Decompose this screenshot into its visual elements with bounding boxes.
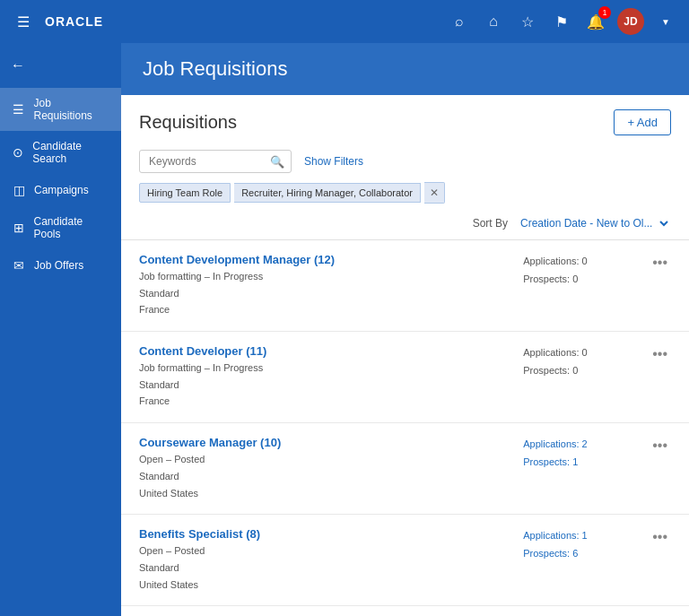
chevron-down-icon[interactable]: ▼ xyxy=(653,9,678,34)
job-applications: Applications: 1 xyxy=(523,527,640,545)
flag-icon[interactable]: ⚑ xyxy=(549,9,574,34)
sidebar-item-label: Campaigns xyxy=(34,184,89,196)
keyword-input-wrap: 🔍 xyxy=(139,150,292,173)
job-info: Benefits Specialist (8) Open – PostedSta… xyxy=(139,527,514,593)
job-title[interactable]: Content Development Manager (12) xyxy=(139,253,514,266)
table-row: Courseware Manager (10) Open – PostedSta… xyxy=(121,423,689,515)
job-actions-menu[interactable]: ••• xyxy=(649,253,671,273)
job-prospects: Prospects: 0 xyxy=(523,362,640,380)
job-details: Job formatting – In ProgressStandardFran… xyxy=(139,268,514,318)
main-layout: ← ☰ Job Requisitions ⊙ Candidate Search … xyxy=(0,43,689,616)
show-filters-button[interactable]: Show Filters xyxy=(301,151,367,172)
table-row: Benefits Specialist (8) Open – PostedSta… xyxy=(121,515,689,606)
star-icon[interactable]: ☆ xyxy=(515,9,540,34)
sidebar-item-campaigns[interactable]: ◫ Campaigns xyxy=(0,174,121,206)
menu-icon[interactable]: ☰ xyxy=(11,9,36,34)
sort-row: Sort By Creation Date - New to Ol... Cre… xyxy=(121,211,689,239)
search-icon[interactable]: ⌕ xyxy=(447,9,472,34)
table-row: Content Development Manager (12) Job for… xyxy=(121,240,689,332)
requisitions-title: Requisitions xyxy=(139,112,237,133)
top-nav: ☰ ORACLE ⌕ ⌂ ☆ ⚑ 🔔 1 JD ▼ xyxy=(0,0,689,43)
bell-icon-wrap[interactable]: 🔔 1 xyxy=(583,9,608,34)
job-applications: Applications: 0 xyxy=(523,253,640,271)
candidate-search-icon: ⊙ xyxy=(11,145,25,160)
job-actions-menu[interactable]: ••• xyxy=(649,436,671,455)
job-offers-icon: ✉ xyxy=(11,258,27,273)
filter-tag-hiring-team: Hiring Team Role Recruiter, Hiring Manag… xyxy=(139,182,445,204)
filter-tag-value: Recruiter, Hiring Manager, Collaborator xyxy=(234,183,421,203)
sidebar-item-label: Candidate Pools xyxy=(33,215,110,240)
job-details: Open – PostedStandardUnited States xyxy=(139,451,514,501)
job-stats: Applications: 0 Prospects: 0 xyxy=(523,344,640,380)
filter-tag-close-button[interactable]: ✕ xyxy=(424,182,445,204)
job-stats: Applications: 0 Prospects: 0 xyxy=(523,253,640,289)
sidebar-item-candidate-pools[interactable]: ⊞ Candidate Pools xyxy=(0,206,121,249)
job-details: Open – PostedStandardUnited States xyxy=(139,542,514,593)
content-area: Job Requisitions Requisitions + Add 🔍 Sh… xyxy=(121,43,689,616)
sidebar: ← ☰ Job Requisitions ⊙ Candidate Search … xyxy=(0,43,121,616)
sidebar-collapse-button[interactable]: ← xyxy=(11,57,25,73)
job-actions-menu[interactable]: ••• xyxy=(649,527,671,547)
sidebar-item-candidate-search[interactable]: ⊙ Candidate Search xyxy=(0,131,121,174)
page-title: Job Requisitions xyxy=(143,57,287,80)
job-prospects: Prospects: 0 xyxy=(523,271,640,289)
job-requisitions-icon: ☰ xyxy=(11,102,26,117)
sidebar-item-job-requisitions[interactable]: ☰ Job Requisitions xyxy=(0,88,121,131)
home-icon[interactable]: ⌂ xyxy=(481,9,506,34)
sidebar-item-label: Job Offers xyxy=(34,259,83,272)
table-row: Payroll Specialist (7) Open – PostedStan… xyxy=(121,606,689,616)
user-avatar[interactable]: JD xyxy=(617,8,644,35)
job-info: Content Developer (11) Job formatting – … xyxy=(139,344,514,410)
job-prospects: Prospects: 6 xyxy=(523,545,640,563)
filter-tag-label: Hiring Team Role xyxy=(139,183,231,203)
job-details: Job formatting – In ProgressStandardFran… xyxy=(139,360,514,410)
job-actions-menu[interactable]: ••• xyxy=(649,344,671,364)
sidebar-item-label: Job Requisitions xyxy=(33,97,110,122)
notification-badge: 1 xyxy=(598,6,611,19)
table-row: Content Developer (11) Job formatting – … xyxy=(121,332,689,423)
requisitions-header: Requisitions + Add xyxy=(121,95,689,144)
job-list: Content Development Manager (12) Job for… xyxy=(121,240,689,616)
oracle-logo: ORACLE xyxy=(45,14,103,29)
campaigns-icon: ◫ xyxy=(11,183,27,197)
candidate-pools-icon: ⊞ xyxy=(11,221,26,235)
job-stats: Applications: 2 Prospects: 1 xyxy=(523,436,640,472)
sort-select[interactable]: Creation Date - New to Ol... Creation Da… xyxy=(513,214,671,232)
add-button[interactable]: + Add xyxy=(614,109,671,135)
sort-label: Sort By xyxy=(473,217,508,230)
job-stats: Applications: 1 Prospects: 6 xyxy=(523,527,640,563)
page-header: Job Requisitions xyxy=(121,43,689,95)
job-prospects: Prospects: 1 xyxy=(523,454,640,472)
sidebar-nav: ☰ Job Requisitions ⊙ Candidate Search ◫ … xyxy=(0,88,121,282)
job-title[interactable]: Courseware Manager (10) xyxy=(139,436,514,449)
requisitions-panel: Requisitions + Add 🔍 Show Filters Hiring… xyxy=(121,95,689,616)
job-applications: Applications: 0 xyxy=(523,344,640,362)
sidebar-item-label: Candidate Search xyxy=(32,140,110,165)
job-title[interactable]: Benefits Specialist (8) xyxy=(139,527,514,541)
sidebar-header: ← xyxy=(0,50,121,88)
job-info: Courseware Manager (10) Open – PostedSta… xyxy=(139,436,514,501)
job-info: Content Development Manager (12) Job for… xyxy=(139,253,514,318)
keyword-input[interactable] xyxy=(139,150,292,173)
sidebar-item-job-offers[interactable]: ✉ Job Offers xyxy=(0,249,121,282)
job-applications: Applications: 2 xyxy=(523,436,640,454)
job-title[interactable]: Content Developer (11) xyxy=(139,344,514,358)
filter-row: 🔍 Show Filters Hiring Team Role Recruite… xyxy=(121,144,689,211)
keyword-search-icon: 🔍 xyxy=(270,155,284,169)
